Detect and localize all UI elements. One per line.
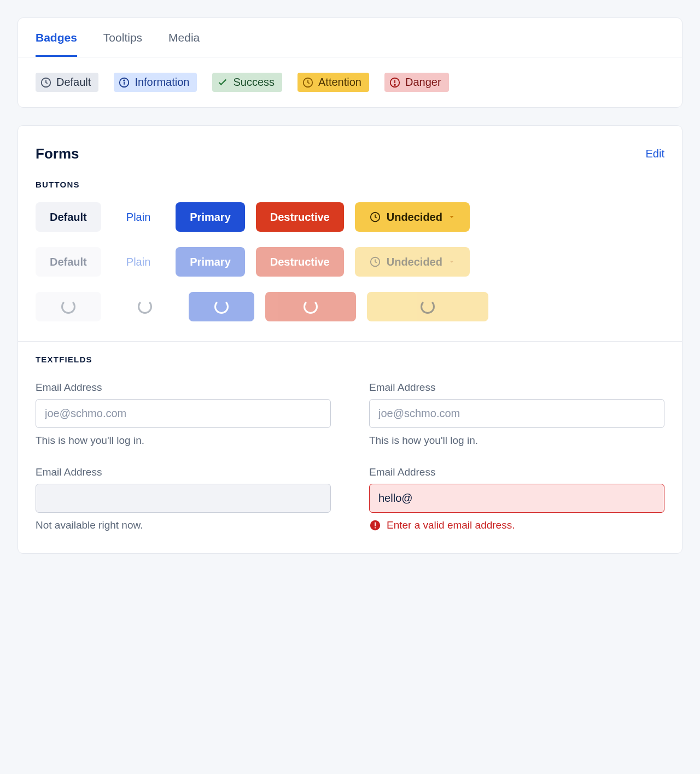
badge-success: Success bbox=[212, 73, 282, 92]
badge-attention: Attention bbox=[298, 73, 369, 92]
alert-icon bbox=[389, 77, 401, 89]
badge-label: Success bbox=[233, 76, 275, 89]
error-icon bbox=[369, 519, 381, 531]
forms-card: Forms Edit Buttons Default Plain Primary… bbox=[18, 125, 682, 554]
email-field-2: Email Address This is how you'll log in. bbox=[369, 382, 664, 447]
buttons-row-loading bbox=[36, 292, 664, 321]
default-button-disabled: Default bbox=[36, 247, 101, 277]
email-input-disabled bbox=[36, 484, 331, 513]
default-button[interactable]: Default bbox=[36, 202, 101, 232]
buttons-heading: Buttons bbox=[18, 167, 682, 196]
destructive-button[interactable]: Destructive bbox=[256, 202, 344, 232]
svg-point-3 bbox=[124, 80, 125, 81]
clock-icon bbox=[369, 211, 381, 223]
primary-button-disabled: Primary bbox=[176, 247, 245, 277]
info-icon bbox=[118, 77, 130, 89]
buttons-section: Default Plain Primary Destructive Undeci… bbox=[18, 196, 682, 341]
field-help: This is how you'll log in. bbox=[36, 435, 331, 447]
badge-danger: Danger bbox=[384, 73, 449, 92]
spinner-icon bbox=[214, 300, 229, 314]
primary-button[interactable]: Primary bbox=[176, 202, 245, 232]
badge-label: Attention bbox=[318, 76, 361, 89]
destructive-button-loading bbox=[265, 292, 356, 321]
email-input[interactable] bbox=[369, 399, 664, 428]
tab-tooltips[interactable]: Tooltips bbox=[103, 31, 142, 57]
svg-rect-11 bbox=[375, 523, 376, 526]
badge-default: Default bbox=[36, 73, 98, 92]
badge-information: Information bbox=[114, 73, 197, 92]
clock-icon bbox=[302, 77, 314, 89]
tab-bar: Badges Tooltips Media bbox=[18, 18, 682, 57]
spinner-icon bbox=[138, 300, 152, 314]
textfields-section: Email Address This is how you'll log in.… bbox=[18, 371, 682, 553]
default-button-loading bbox=[36, 292, 101, 321]
email-input[interactable] bbox=[36, 399, 331, 428]
buttons-row-enabled: Default Plain Primary Destructive Undeci… bbox=[36, 202, 664, 232]
field-help: Not available right now. bbox=[36, 519, 331, 531]
button-label: Undecided bbox=[387, 256, 442, 268]
field-help: This is how you'll log in. bbox=[369, 435, 664, 447]
badges-row: Default Information Success Attention Da… bbox=[18, 57, 682, 107]
field-error: Enter a valid email address. bbox=[369, 519, 664, 531]
forms-title: Forms bbox=[36, 145, 79, 162]
spinner-icon bbox=[304, 300, 318, 314]
spinner-icon bbox=[421, 300, 435, 314]
undecided-button-disabled: Undecided bbox=[355, 247, 470, 277]
primary-button-loading bbox=[189, 292, 254, 321]
email-field-disabled: Email Address Not available right now. bbox=[36, 466, 331, 531]
badges-card: Badges Tooltips Media Default Informatio… bbox=[18, 17, 682, 108]
plain-button-disabled: Plain bbox=[112, 247, 165, 277]
badge-label: Information bbox=[135, 76, 189, 89]
chevron-down-icon bbox=[448, 256, 456, 268]
plain-button[interactable]: Plain bbox=[112, 202, 165, 232]
email-input-error[interactable] bbox=[369, 484, 664, 513]
forms-header: Forms Edit bbox=[18, 126, 682, 167]
spinner-icon bbox=[61, 300, 75, 314]
clock-icon bbox=[369, 256, 381, 268]
field-label: Email Address bbox=[369, 382, 664, 394]
undecided-button[interactable]: Undecided bbox=[355, 202, 470, 232]
textfields-heading: Textfields bbox=[18, 342, 682, 371]
svg-rect-12 bbox=[375, 527, 376, 529]
undecided-button-loading bbox=[367, 292, 488, 321]
badge-label: Danger bbox=[405, 76, 441, 89]
destructive-button-disabled: Destructive bbox=[256, 247, 344, 277]
chevron-down-icon bbox=[448, 211, 456, 224]
field-label: Email Address bbox=[369, 466, 664, 478]
field-label: Email Address bbox=[36, 466, 331, 478]
button-label: Undecided bbox=[387, 211, 442, 224]
badge-label: Default bbox=[56, 76, 91, 89]
email-field-error: Email Address Enter a valid email addres… bbox=[369, 466, 664, 531]
clock-icon bbox=[40, 77, 52, 89]
svg-point-7 bbox=[394, 84, 395, 85]
email-field-1: Email Address This is how you'll log in. bbox=[36, 382, 331, 447]
plain-button-loading bbox=[112, 292, 178, 321]
field-label: Email Address bbox=[36, 382, 331, 394]
tab-badges[interactable]: Badges bbox=[36, 31, 77, 57]
check-icon bbox=[217, 77, 229, 89]
tab-media[interactable]: Media bbox=[168, 31, 200, 57]
edit-link[interactable]: Edit bbox=[646, 148, 664, 160]
buttons-row-disabled: Default Plain Primary Destructive Undeci… bbox=[36, 247, 664, 277]
field-error-text: Enter a valid email address. bbox=[387, 519, 515, 531]
